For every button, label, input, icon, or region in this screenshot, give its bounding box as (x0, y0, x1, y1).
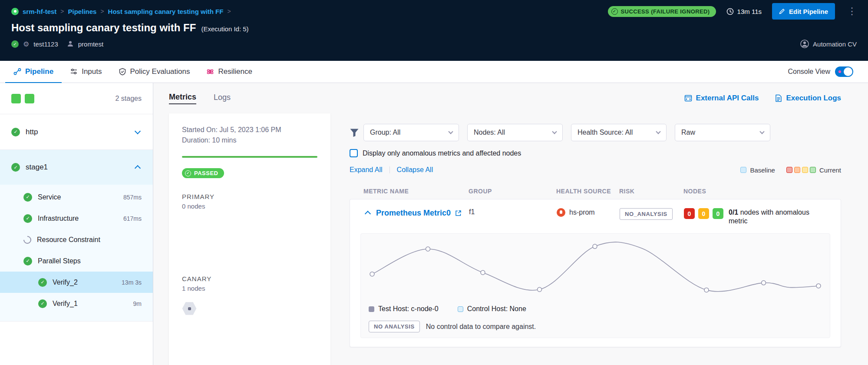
duration-label: 13m 11s (737, 8, 762, 15)
current-legend-label: Current (819, 166, 841, 174)
stage-status-square (11, 94, 21, 103)
tab-metrics[interactable]: Metrics (169, 93, 196, 104)
success-check-icon: ✓ (611, 8, 618, 15)
tab-pipeline[interactable]: Pipeline (5, 61, 62, 83)
metric-name-link[interactable]: Prometheus Metric0 (376, 209, 451, 218)
chart-host-legend: Test Host: c-node-0 Control Host: None (369, 302, 822, 315)
chevron-up-icon[interactable] (134, 163, 142, 172)
step-label: Verify_1 (53, 300, 78, 308)
collapse-metric-chevron[interactable] (364, 208, 372, 218)
service-success-icon: ✓ (11, 40, 19, 48)
tab-resilience[interactable]: Resilience (198, 61, 260, 83)
passed-label: PASSED (194, 170, 218, 176)
primary-nodes-count: 0 nodes (182, 202, 317, 210)
pipeline-icon (13, 68, 21, 76)
health-source-filter-select[interactable]: Health Source: All (571, 124, 667, 141)
stage-count: 2 stages (116, 95, 142, 103)
external-api-calls-link[interactable]: External API Calls (684, 94, 759, 103)
step-duration: 857ms (123, 194, 142, 201)
console-view-label: Console View (788, 68, 830, 76)
breadcrumb-project-link[interactable]: srm-hf-test (23, 8, 56, 15)
breadcrumb-pipeline-link[interactable]: Host sampling canary testing with FF (108, 8, 224, 15)
step-duration: 9m (133, 300, 142, 307)
tab-inputs[interactable]: Inputs (62, 61, 110, 83)
link-label: Execution Logs (786, 94, 841, 103)
trigger-name: promtest (78, 40, 103, 48)
risk-yellow-swatch (802, 167, 808, 173)
sidebar-step-infrastructure[interactable]: ✓ Infrastructure 617ms (0, 208, 153, 229)
select-value: Raw (681, 129, 695, 136)
baseline-legend-label: Baseline (750, 166, 775, 174)
step-label: Resource Constraint (37, 236, 100, 244)
current-legend-swatches (786, 167, 816, 173)
api-calls-icon (684, 94, 692, 102)
control-host-swatch (458, 306, 463, 312)
data-type-select[interactable]: Raw (675, 124, 770, 141)
verification-main: Metrics Logs External API Calls Executio… (153, 83, 868, 365)
stage-summary: 2 stages (0, 83, 153, 114)
collapse-all-link[interactable]: Collapse All (397, 166, 433, 174)
nodes-filter-select[interactable]: Nodes: All (467, 124, 563, 141)
metrics-table-header: METRIC NAME GROUP HEALTH SOURCE RISK NOD… (350, 188, 841, 195)
success-check-icon: ✓ (38, 299, 47, 308)
yellow-node-count: 0 (698, 208, 709, 219)
breadcrumb-pipelines-link[interactable]: Pipelines (68, 8, 97, 15)
execution-status-badge: ✓ SUCCESS (FAILURE IGNORED) (608, 6, 716, 17)
chevron-down-icon[interactable] (134, 129, 142, 135)
step-label: Service (38, 193, 61, 201)
anomalous-filter-checkbox[interactable] (350, 149, 358, 157)
external-link-icon[interactable] (455, 210, 462, 216)
tab-logs[interactable]: Logs (214, 93, 231, 104)
col-health-source: HEALTH SOURCE (556, 188, 619, 195)
control-host-legend: Control Host: None (458, 305, 526, 313)
console-view-toggle[interactable] (835, 66, 853, 77)
metric-group: f1 (469, 208, 557, 216)
filter-icon (350, 128, 359, 137)
metric-chart-box: Test Host: c-node-0 Control Host: None N… (360, 233, 830, 338)
step-label: Infrastructure (38, 215, 79, 222)
edit-pipeline-label: Edit Pipeline (789, 8, 828, 15)
group-filter-select[interactable]: Group: All (363, 124, 459, 141)
sidebar-step-verify-1[interactable]: ✓ Verify_1 9m (0, 293, 153, 314)
tab-label: Logs (214, 93, 231, 102)
sidebar-step-resource-constraint[interactable]: Resource Constraint (0, 229, 153, 250)
tab-policy-evaluations[interactable]: Policy Evaluations (110, 61, 198, 83)
verification-summary-card: Started On: Jul 5, 2023 1:06 PM Duration… (169, 113, 330, 365)
primary-label: PRIMARY (182, 193, 317, 200)
col-group: GROUP (469, 188, 556, 195)
expand-all-link[interactable]: Expand All (350, 166, 383, 174)
canary-node-hexagon[interactable] (182, 302, 197, 315)
step-duration: 617ms (123, 215, 142, 222)
metrics-panel: Group: All Nodes: All Health Source: All… (350, 113, 868, 365)
execution-logs-link[interactable]: Execution Logs (775, 94, 841, 103)
sidebar-step-parallel-steps[interactable]: ✓ Parallel Steps (0, 250, 153, 272)
metrics-filter-row: Group: All Nodes: All Health Source: All… (350, 124, 841, 141)
test-host-legend: Test Host: c-node-0 (369, 305, 439, 313)
green-node-count: 0 (713, 208, 723, 219)
canary-label: CANARY (182, 275, 317, 282)
col-risk: RISK (619, 188, 683, 195)
sidebar-step-service[interactable]: ✓ Service 857ms (0, 186, 153, 208)
page-title: Host sampling canary testing with FF (11, 22, 196, 34)
baseline-legend-swatch (740, 167, 746, 173)
sidebar-stage-http[interactable]: ✓ http (0, 114, 153, 150)
sidebar-step-verify-2[interactable]: ✓ Verify_2 13m 3s (0, 272, 153, 293)
anomalous-filter-label: Display only anomalous metrics and affec… (363, 149, 521, 157)
stage-label: stage1 (26, 163, 48, 172)
select-value: Nodes: All (474, 129, 505, 136)
edit-pipeline-button[interactable]: Edit Pipeline (772, 3, 835, 20)
resilience-icon (206, 68, 214, 76)
metric-table-row: Prometheus Metric0 f1 hs-prom (350, 199, 841, 226)
more-options-icon[interactable]: ⋮ (847, 7, 857, 16)
red-node-count: 0 (684, 208, 695, 219)
analysis-status-row: NO ANALYSIS No control data to compare a… (369, 321, 822, 332)
risk-green-swatch (810, 167, 816, 173)
success-check-icon: ✓ (23, 257, 32, 265)
risk-orange-swatch (794, 167, 800, 173)
sidebar-stage-stage1[interactable]: ✓ stage1 (0, 150, 153, 185)
metric-line-chart[interactable] (369, 237, 822, 302)
breadcrumb-separator: > (100, 8, 104, 15)
no-analysis-badge: NO ANALYSIS (369, 321, 420, 332)
tab-label: Resilience (218, 67, 252, 76)
nodes-summary: 0/1 nodes with anomalous metric (729, 208, 829, 226)
